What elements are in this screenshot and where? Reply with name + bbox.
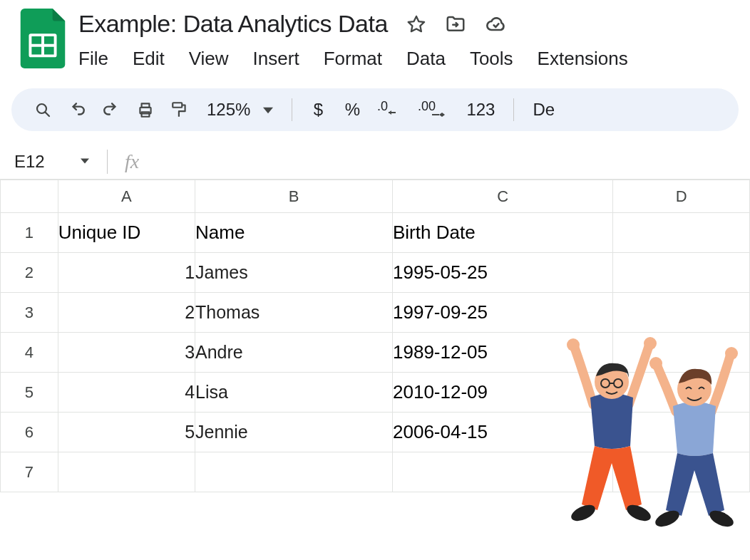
row-header[interactable]: 3 [1, 293, 58, 333]
svg-line-4 [46, 113, 50, 117]
increase-decimal-button[interactable]: .00 [413, 95, 453, 124]
menu-edit[interactable]: Edit [123, 46, 175, 71]
menu-insert[interactable]: Insert [243, 46, 309, 71]
star-icon[interactable] [406, 14, 426, 34]
doc-title[interactable]: Example: Data Analytics Data [78, 10, 388, 38]
cell-B7[interactable] [195, 452, 393, 492]
row-header[interactable]: 1 [1, 213, 58, 253]
sheets-logo-icon[interactable] [20, 9, 66, 68]
menu-view[interactable]: View [179, 46, 239, 71]
cell-B3[interactable]: Thomas [195, 293, 393, 333]
search-icon[interactable] [29, 95, 57, 124]
formula-bar-row: E12 fx [0, 144, 750, 180]
fx-label: fx [125, 150, 139, 173]
cell-A5[interactable]: 4 [58, 373, 195, 413]
separator [107, 150, 108, 174]
cell-D2[interactable] [613, 253, 750, 293]
menu-tools[interactable]: Tools [460, 46, 523, 71]
people-illustration [565, 326, 744, 543]
cell-A6[interactable]: 5 [58, 413, 195, 452]
cell-C1[interactable]: Birth Date [393, 213, 613, 253]
cell-C2[interactable]: 1995-05-25 [393, 253, 613, 293]
redo-icon[interactable] [97, 95, 125, 124]
cell-B4[interactable]: Andre [195, 333, 393, 373]
svg-rect-6 [142, 103, 150, 107]
cloud-status-icon[interactable] [485, 13, 508, 36]
font-select[interactable]: De [525, 100, 562, 120]
currency-format-button[interactable]: $ [304, 95, 332, 124]
row-header[interactable]: 4 [1, 333, 58, 373]
svg-point-20 [725, 347, 738, 360]
cell-A2[interactable]: 1 [58, 253, 195, 293]
svg-text:.00: .00 [418, 100, 436, 113]
svg-point-19 [649, 357, 662, 370]
column-header-C[interactable]: C [393, 180, 613, 213]
cell-B5[interactable]: Lisa [195, 373, 393, 413]
chevron-down-icon [81, 156, 89, 167]
menu-format[interactable]: Format [314, 46, 392, 71]
toolbar-separator [292, 98, 292, 121]
move-folder-icon[interactable] [445, 14, 466, 35]
cell-D1[interactable] [613, 213, 750, 253]
title-row: Example: Data Analytics Data [78, 10, 750, 38]
zoom-value: 125% [207, 100, 250, 120]
row-header[interactable]: 5 [1, 373, 58, 413]
name-box[interactable]: E12 [0, 152, 107, 172]
menu-bar: File Edit View Insert Format Data Tools … [78, 46, 750, 71]
toolbar: 125% $ % .0 .00 123 De [11, 88, 739, 131]
svg-rect-8 [173, 103, 182, 108]
name-box-value: E12 [14, 152, 45, 172]
column-header-B[interactable]: B [195, 180, 393, 213]
menu-file[interactable]: File [78, 46, 118, 71]
row-header[interactable]: 2 [1, 253, 58, 293]
select-all-corner[interactable] [1, 180, 58, 213]
print-icon[interactable] [131, 95, 160, 124]
cell-B1[interactable]: Name [195, 213, 393, 253]
header: Example: Data Analytics Data File Edit V… [0, 0, 750, 71]
zoom-select[interactable]: 125% [200, 100, 280, 120]
svg-point-12 [644, 337, 657, 350]
paint-format-icon[interactable] [165, 95, 194, 124]
chevron-down-icon [263, 100, 273, 120]
cell-A3[interactable]: 2 [58, 293, 195, 333]
doc-info: Example: Data Analytics Data File Edit V… [78, 9, 750, 71]
cell-A7[interactable] [58, 452, 195, 492]
table-row: 1 Unique ID Name Birth Date [1, 213, 750, 253]
decrease-decimal-button[interactable]: .0 [372, 95, 408, 124]
row-header[interactable]: 6 [1, 413, 58, 452]
svg-text:.0: .0 [377, 100, 388, 113]
table-row: 2 1 James 1995-05-25 [1, 253, 750, 293]
undo-icon[interactable] [63, 95, 91, 124]
cell-B2[interactable]: James [195, 253, 393, 293]
svg-point-11 [567, 338, 580, 351]
column-header-A[interactable]: A [58, 180, 195, 213]
more-formats-button[interactable]: 123 [459, 95, 502, 124]
toolbar-separator [513, 98, 514, 121]
cell-A1[interactable]: Unique ID [58, 213, 195, 253]
row-header[interactable]: 7 [1, 452, 58, 492]
cell-A4[interactable]: 3 [58, 333, 195, 373]
percent-format-button[interactable]: % [338, 95, 366, 124]
menu-extensions[interactable]: Extensions [528, 46, 638, 71]
cell-B6[interactable]: Jennie [195, 413, 393, 452]
menu-data[interactable]: Data [396, 46, 456, 71]
column-header-D[interactable]: D [613, 180, 750, 213]
